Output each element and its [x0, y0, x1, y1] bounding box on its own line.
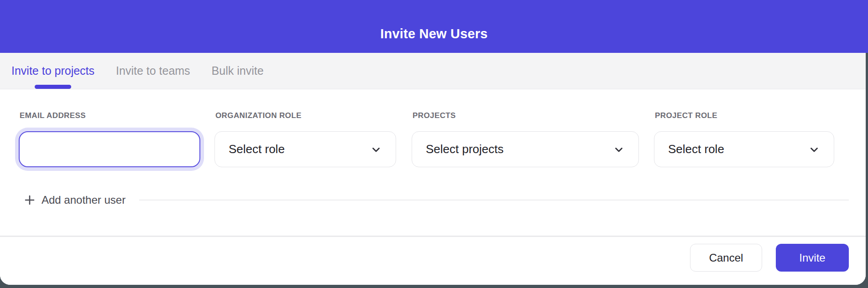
tab-bar: Invite to projects Invite to teams Bulk … [0, 53, 866, 89]
project-role-label: PROJECT ROLE [654, 111, 834, 120]
project-role-select[interactable]: Select role [654, 131, 834, 167]
form-content: EMAIL ADDRESS ORGANIZATION ROLE PROJECTS… [0, 111, 866, 206]
page-title: Invite New Users [380, 26, 487, 41]
tab-invite-to-teams[interactable]: Invite to teams [116, 53, 190, 89]
invite-button[interactable]: Invite [776, 244, 849, 272]
row-divider [139, 200, 849, 201]
tab-bulk-invite[interactable]: Bulk invite [212, 53, 264, 89]
projects-value: Select projects [426, 142, 504, 156]
organization-role-value: Select role [229, 142, 285, 156]
tab-invite-to-projects[interactable]: Invite to projects [11, 53, 94, 89]
add-another-user-button[interactable]: Add another user [24, 194, 125, 206]
tab-label: Bulk invite [212, 64, 264, 77]
add-another-user-label: Add another user [42, 194, 125, 206]
chevron-down-icon [808, 144, 820, 155]
add-user-row: Add another user [19, 194, 866, 206]
projects-select[interactable]: Select projects [412, 131, 639, 167]
tab-label: Invite to projects [11, 64, 94, 77]
modal-header: Invite New Users [0, 0, 868, 53]
projects-label: PROJECTS [412, 111, 639, 120]
modal-footer: Cancel Invite [0, 236, 866, 285]
cancel-button[interactable]: Cancel [690, 244, 762, 272]
chevron-down-icon [613, 144, 625, 155]
organization-role-select[interactable]: Select role [214, 131, 396, 167]
field-inputs-row: Select role Select projects Select role [19, 131, 866, 167]
chevron-down-icon [370, 144, 382, 155]
email-address-input[interactable] [19, 131, 200, 167]
project-role-value: Select role [668, 142, 724, 156]
field-labels-row: EMAIL ADDRESS ORGANIZATION ROLE PROJECTS… [19, 111, 866, 120]
email-address-label: EMAIL ADDRESS [19, 111, 200, 120]
tab-label: Invite to teams [116, 64, 190, 77]
plus-icon [24, 195, 35, 206]
organization-role-label: ORGANIZATION ROLE [214, 111, 396, 120]
